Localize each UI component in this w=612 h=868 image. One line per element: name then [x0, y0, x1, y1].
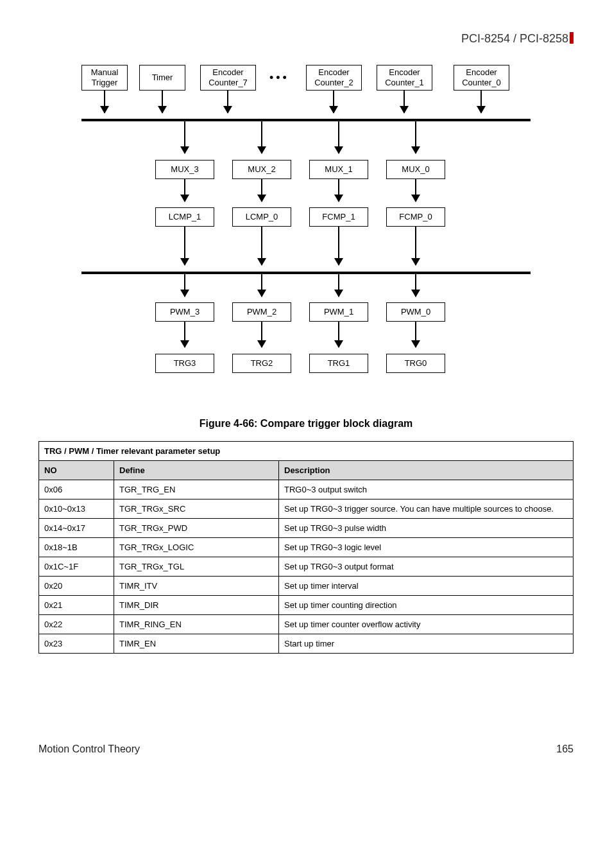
arrow-icon	[333, 91, 334, 113]
arrow-icon	[338, 322, 339, 347]
label: MUX_0	[402, 164, 429, 175]
box-fcmp1: FCMP_1	[309, 207, 368, 227]
label: Counter_7	[208, 78, 248, 88]
box-encoder7: Encoder Counter_7	[200, 65, 256, 91]
block-diagram: Manual Trigger Timer Encoder Counter_7 •…	[81, 65, 531, 405]
bus-bar	[81, 272, 531, 274]
label: MUX_3	[171, 164, 198, 175]
col-description: Description	[279, 461, 574, 480]
label: TRG0	[405, 358, 427, 369]
box-trg3: TRG3	[155, 354, 214, 373]
box-trg0: TRG0	[386, 354, 445, 373]
cell-desc: Set up timer interval	[279, 577, 574, 596]
box-encoder2: Encoder Counter_2	[306, 65, 362, 91]
cell-no: 0x06	[39, 480, 114, 499]
arrow-icon	[162, 91, 163, 113]
footer-left: Motion Control Theory	[38, 743, 140, 755]
arrow-icon	[261, 322, 262, 347]
arrow-icon	[415, 274, 416, 297]
box-trg2: TRG2	[232, 354, 291, 373]
parameter-table: TRG / PWM / Timer relevant parameter set…	[38, 441, 574, 654]
footer-page-number: 165	[556, 743, 574, 755]
label: PWM_3	[170, 307, 200, 317]
box-encoder0: Encoder Counter_0	[454, 65, 509, 91]
label: Manual	[91, 67, 119, 78]
cell-define: TGR_TRGx_SRC	[114, 499, 279, 519]
box-pwm2: PWM_2	[232, 302, 291, 322]
table-row: 0x21TIMR_DIRSet up timer counting direct…	[39, 596, 574, 615]
arrow-icon	[415, 322, 416, 347]
arrow-icon	[184, 274, 185, 297]
cell-define: TIMR_RING_EN	[114, 615, 279, 634]
red-accent-bar	[570, 32, 574, 44]
label: TRG2	[251, 358, 273, 369]
box-mux1: MUX_1	[309, 160, 368, 179]
cell-desc: Set up timer counting direction	[279, 596, 574, 615]
label: PWM_2	[247, 307, 276, 317]
label: Counter_1	[385, 78, 424, 88]
label: Encoder	[466, 67, 497, 78]
label: FCMP_0	[399, 212, 432, 222]
arrow-icon	[338, 227, 339, 265]
cell-define: TGR_TRGx_PWD	[114, 519, 279, 538]
arrow-icon	[184, 179, 185, 202]
label: Timer	[152, 73, 173, 83]
cell-no: 0x10~0x13	[39, 499, 114, 519]
arrow-icon	[338, 274, 339, 297]
box-encoder1: Encoder Counter_1	[377, 65, 432, 91]
box-lcmp0: LCMP_0	[232, 207, 291, 227]
cell-desc: Set up timer counter overflow activity	[279, 615, 574, 634]
box-pwm3: PWM_3	[155, 302, 214, 322]
page-footer: Motion Control Theory 165	[38, 743, 574, 755]
arrow-icon	[184, 121, 185, 153]
arrow-icon	[338, 121, 339, 153]
table-row: 0x10~0x13TGR_TRGx_SRCSet up TRG0~3 trigg…	[39, 499, 574, 519]
header-text: PCI-8254 / PCI-8258	[461, 32, 568, 45]
label: TRG3	[174, 358, 196, 369]
table-row: 0x1C~1FTGR_TRGx_TGLSet up TRG0~3 output …	[39, 557, 574, 577]
cell-no: 0x21	[39, 596, 114, 615]
cell-desc: Set up TRG0~3 trigger source. You can ha…	[279, 499, 574, 519]
box-mux3: MUX_3	[155, 160, 214, 179]
cell-no: 0x20	[39, 577, 114, 596]
arrow-icon	[404, 91, 405, 113]
cell-define: TIMR_ITV	[114, 577, 279, 596]
arrow-icon	[261, 179, 262, 202]
label: LCMP_0	[246, 212, 278, 222]
cell-no: 0x14~0x17	[39, 519, 114, 538]
table-row: 0x22TIMR_RING_ENSet up timer counter ove…	[39, 615, 574, 634]
cell-desc: TRG0~3 output switch	[279, 480, 574, 499]
label: LCMP_1	[169, 212, 201, 222]
box-fcmp0: FCMP_0	[386, 207, 445, 227]
table-title: TRG / PWM / Timer relevant parameter set…	[39, 442, 574, 461]
label: Trigger	[92, 78, 118, 88]
label: PWM_1	[324, 307, 353, 317]
arrow-icon	[227, 91, 228, 113]
box-lcmp1: LCMP_1	[155, 207, 214, 227]
label: FCMP_1	[322, 212, 355, 222]
label: Encoder	[389, 67, 420, 78]
table-row: 0x06TGR_TRG_ENTRG0~3 output switch	[39, 480, 574, 499]
label: Counter_2	[314, 78, 353, 88]
label: TRG1	[328, 358, 350, 369]
arrow-icon	[415, 121, 416, 153]
cell-define: TGR_TRGx_LOGIC	[114, 538, 279, 557]
table-row: 0x18~1BTGR_TRGx_LOGICSet up TRG0~3 logic…	[39, 538, 574, 557]
bus-bar	[81, 119, 531, 121]
cell-no: 0x1C~1F	[39, 557, 114, 577]
figure-caption: Figure 4-66: Compare trigger block diagr…	[38, 418, 574, 430]
box-mux0: MUX_0	[386, 160, 445, 179]
arrow-icon	[184, 227, 185, 265]
box-pwm1: PWM_1	[309, 302, 368, 322]
cell-desc: Set up TRG0~3 pulse width	[279, 519, 574, 538]
arrow-icon	[338, 179, 339, 202]
arrow-icon	[480, 91, 482, 113]
col-define: Define	[114, 461, 279, 480]
label: PWM_0	[401, 307, 430, 317]
arrow-icon	[261, 121, 262, 153]
label: Counter_0	[462, 78, 501, 88]
cell-no: 0x18~1B	[39, 538, 114, 557]
arrow-icon	[261, 274, 262, 297]
arrow-icon	[104, 91, 105, 113]
col-no: NO	[39, 461, 114, 480]
